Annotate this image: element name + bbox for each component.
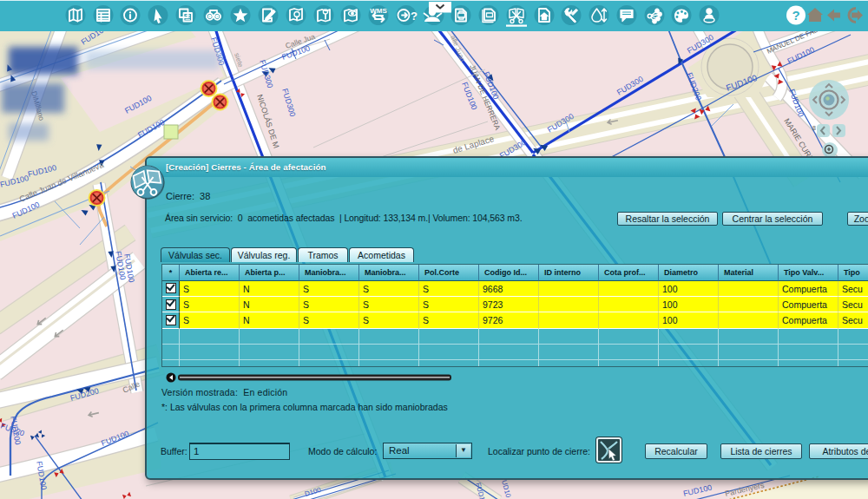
svg-text:8: 8 [812,125,816,131]
svg-text:WMS: WMS [370,7,387,15]
svg-text:?: ? [792,8,799,23]
svg-text:?: ? [411,10,418,23]
